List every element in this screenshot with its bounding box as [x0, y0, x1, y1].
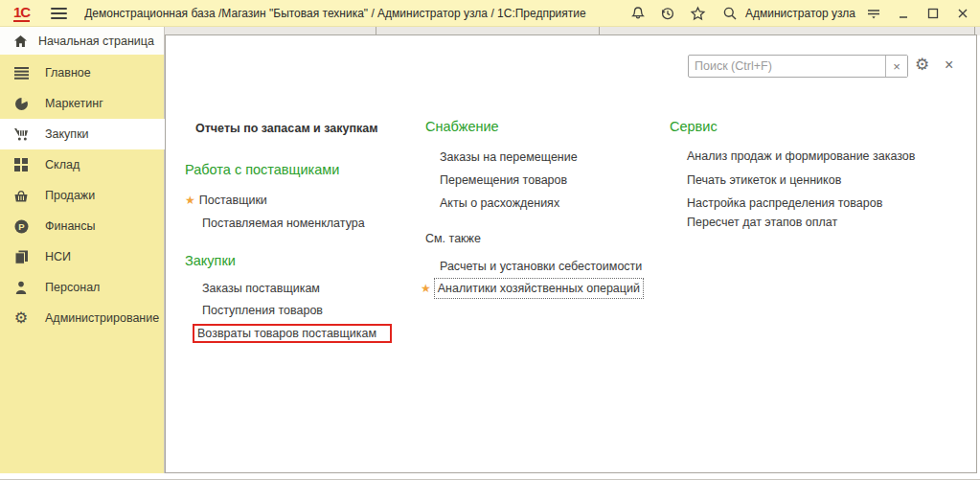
1c-logo: 1С: [13, 5, 30, 22]
app-window: { "titlebar": { "logo": "1С", "title": "…: [0, 0, 980, 480]
sidebar-item-sales[interactable]: Продажи: [0, 180, 165, 211]
main-menu-icon[interactable]: [51, 8, 67, 19]
sidebar-item-label: Администрирование: [45, 311, 159, 325]
menu-link-discrepancy-acts[interactable]: Акты о расхождениях: [440, 194, 559, 212]
sidebar-item-nsi[interactable]: НСИ: [0, 241, 165, 272]
sidebar-item-label: Закупки: [45, 127, 89, 141]
menu-link-goods-returns-to-suppliers[interactable]: Возвраты товаров поставщикам: [197, 325, 376, 342]
panel-settings-gear-icon[interactable]: ⚙: [915, 56, 929, 75]
sidebar-item-purchases[interactable]: Закупки: [0, 119, 165, 149]
grid-icon: [12, 157, 30, 172]
search-box: ×: [688, 55, 908, 78]
notifications-bell-icon[interactable]: [629, 6, 646, 22]
sidebar-item-warehouse[interactable]: Склад: [0, 149, 165, 180]
menu-link-goods-distribution-setup[interactable]: Настройка распределения товаров: [687, 194, 882, 212]
group-header-purchases: Закупки: [185, 253, 236, 268]
gear-icon: ⚙: [12, 310, 30, 326]
favorite-star-icon[interactable]: ★: [421, 282, 431, 295]
sidebar-item-personnel[interactable]: Персонал: [0, 272, 165, 303]
favorite-star-icon[interactable]: ★: [185, 194, 195, 207]
ruble-circle-icon: Р: [12, 218, 30, 234]
sidebar-item-label: Начальная страница: [38, 34, 154, 48]
history-icon[interactable]: [659, 6, 675, 22]
cart-icon: [12, 126, 30, 142]
group-header-service: Сервис: [670, 119, 718, 134]
titlebar-actions: Администратор узла: [629, 0, 980, 27]
sidebar-item-home[interactable]: Начальная страница: [0, 27, 165, 55]
svg-text:Р: Р: [18, 221, 25, 232]
sidebar-item-finance[interactable]: Р Финансы: [0, 211, 165, 241]
panel-close-icon[interactable]: ×: [945, 56, 953, 75]
search-clear-icon[interactable]: ×: [885, 56, 907, 77]
sidebar-item-label: Продажи: [45, 189, 95, 202]
minimize-icon[interactable]: [895, 6, 911, 22]
window-title: Демонстрационная база /Магазин "Бытовая …: [84, 7, 586, 20]
menu-link-label-price-tag-printing[interactable]: Печать этикеток и ценников: [687, 171, 841, 189]
menu-link-payment-stage-dates-recalc[interactable]: Пересчет дат этапов оплат: [687, 214, 837, 231]
search-icon[interactable]: [721, 6, 738, 22]
see-also-label: См. также: [425, 232, 481, 245]
section-functions-panel: × ⚙ × Отчеты по запасам и закупкам Работ…: [165, 34, 977, 473]
menu-link-cost-calculations[interactable]: Расчеты и установки себестоимости: [440, 258, 642, 275]
group-header-supply: Снабжение: [425, 119, 499, 134]
basket-icon: [12, 188, 30, 203]
sidebar-item-label: НСИ: [45, 250, 71, 263]
maximize-icon[interactable]: [924, 6, 941, 22]
search-input[interactable]: [689, 56, 885, 77]
titlebar: 1С Демонстрационная база /Магазин "Бытов…: [0, 0, 980, 27]
menu-item-stock-purchase-reports[interactable]: Отчеты по запасам и закупкам: [195, 122, 377, 135]
close-window-icon[interactable]: [954, 6, 970, 22]
person-icon: [12, 280, 30, 295]
home-icon: [11, 34, 29, 49]
service-menu-icon[interactable]: [865, 6, 881, 22]
menu-link-supplied-nomenclature[interactable]: Поставляемая номенклатура: [202, 215, 365, 232]
pie-chart-icon: [12, 96, 30, 111]
menu-link-orders-to-suppliers[interactable]: Заказы поставщикам: [202, 280, 320, 297]
sidebar-item-main[interactable]: Главное: [0, 57, 165, 88]
menu-link-transfer-orders[interactable]: Заказы на перемещение: [440, 149, 578, 166]
menu-link-goods-transfers[interactable]: Перемещения товаров: [440, 171, 567, 189]
sections-panel: Главное Маркетинг Закупки: [0, 55, 165, 473]
favorites-star-icon[interactable]: [690, 6, 706, 22]
current-user-label: Администратор узла: [745, 7, 855, 20]
sidebar-item-label: Главное: [45, 66, 91, 80]
menu-link-goods-receipts[interactable]: Поступления товаров: [202, 302, 323, 319]
menu-row-business-analytics: ★ Аналитики хозяйственных операций: [421, 279, 643, 298]
sidebar-item-label: Маркетинг: [45, 97, 103, 110]
sidebar-item-label: Персонал: [45, 281, 100, 294]
sidebar-item-marketing[interactable]: Маркетинг: [0, 88, 165, 119]
menu-link-suppliers[interactable]: Поставщики: [199, 192, 267, 209]
sidebar-item-label: Финансы: [45, 219, 95, 233]
sidebar-item-administration[interactable]: ⚙ Администрирование: [0, 303, 165, 333]
menu-row-suppliers: ★ Поставщики: [185, 192, 267, 209]
menu-link-business-operation-analytics[interactable]: Аналитики хозяйственных операций: [435, 279, 643, 298]
sidebar-item-label: Склад: [45, 158, 80, 171]
menu-link-sales-analysis-order-formation[interactable]: Анализ продаж и формирование заказов: [687, 148, 915, 165]
group-header-suppliers-work: Работа с поставщиками: [185, 162, 339, 177]
pages-icon: [12, 249, 30, 264]
menu-lines-icon: [12, 65, 30, 80]
